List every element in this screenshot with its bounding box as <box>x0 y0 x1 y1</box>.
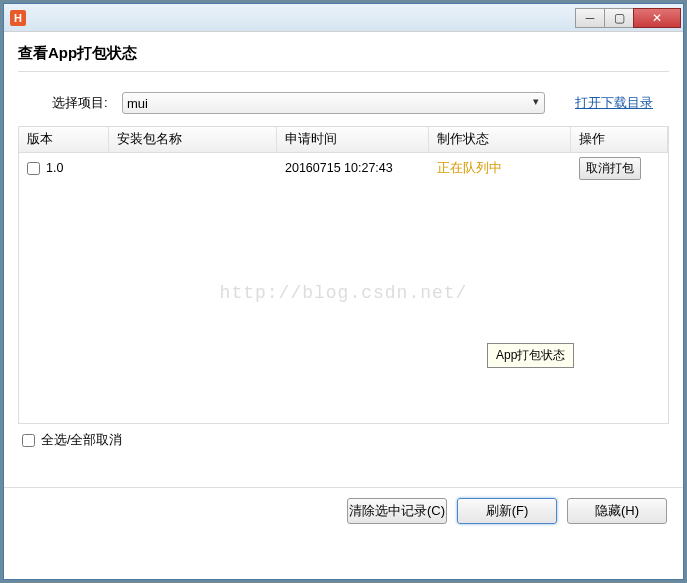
project-select[interactable]: mui <box>122 92 545 114</box>
project-select-wrap: mui <box>122 92 545 114</box>
th-operation[interactable]: 操作 <box>571 127 668 152</box>
cell-apply-time: 20160715 10:27:43 <box>277 159 429 177</box>
cancel-package-button[interactable]: 取消打包 <box>579 157 641 180</box>
dialog-content: 查看App打包状态 选择项目: mui 打开下载目录 版本 安装包名称 申请时间… <box>4 32 683 579</box>
th-status[interactable]: 制作状态 <box>429 127 571 152</box>
table-header: 版本 安装包名称 申请时间 制作状态 操作 <box>19 127 668 153</box>
tooltip: App打包状态 <box>487 343 574 368</box>
row-checkbox[interactable] <box>27 162 40 175</box>
watermark: http://blog.csdn.net/ <box>220 283 468 303</box>
maximize-button[interactable]: ▢ <box>604 8 634 28</box>
project-label: 选择项目: <box>52 94 112 112</box>
dialog-title: 查看App打包状态 <box>4 32 683 71</box>
minimize-button[interactable]: ─ <box>575 8 605 28</box>
cell-package-name <box>109 166 277 170</box>
open-download-dir-link[interactable]: 打开下载目录 <box>575 94 653 112</box>
th-version[interactable]: 版本 <box>19 127 109 152</box>
table-row[interactable]: 1.0 20160715 10:27:43 正在队列中 取消打包 <box>19 153 668 183</box>
version-text: 1.0 <box>46 161 63 175</box>
cell-version: 1.0 <box>19 159 109 177</box>
divider <box>18 71 669 72</box>
project-row: 选择项目: mui 打开下载目录 <box>4 92 683 126</box>
table: 版本 安装包名称 申请时间 制作状态 操作 1.0 20160715 10:27… <box>18 126 669 424</box>
select-all-row: 全选/全部取消 <box>4 424 683 455</box>
select-all-checkbox[interactable] <box>22 434 35 447</box>
select-all-label: 全选/全部取消 <box>41 432 122 449</box>
cell-operation: 取消打包 <box>571 155 668 182</box>
app-window: H ─ ▢ ✕ 查看App打包状态 选择项目: mui 打开下载目录 版本 安装… <box>3 3 684 580</box>
window-controls: ─ ▢ ✕ <box>576 8 681 28</box>
footer: 清除选中记录(C) 刷新(F) 隐藏(H) <box>4 488 683 538</box>
table-body: 1.0 20160715 10:27:43 正在队列中 取消打包 http://… <box>19 153 668 423</box>
titlebar[interactable]: H ─ ▢ ✕ <box>4 4 683 32</box>
clear-selected-button[interactable]: 清除选中记录(C) <box>347 498 447 524</box>
cell-status: 正在队列中 <box>429 158 571 179</box>
close-button[interactable]: ✕ <box>633 8 681 28</box>
th-apply-time[interactable]: 申请时间 <box>277 127 429 152</box>
th-package-name[interactable]: 安装包名称 <box>109 127 277 152</box>
refresh-button[interactable]: 刷新(F) <box>457 498 557 524</box>
hide-button[interactable]: 隐藏(H) <box>567 498 667 524</box>
app-icon: H <box>10 10 26 26</box>
